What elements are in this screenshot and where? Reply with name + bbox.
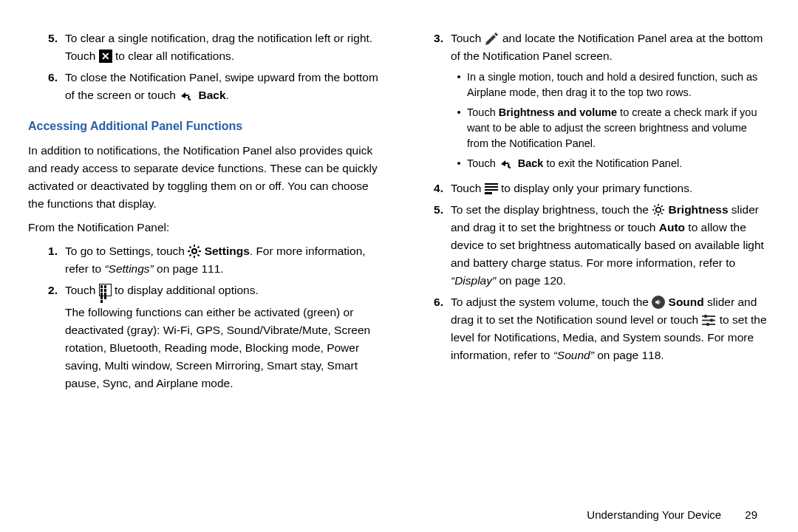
svg-line-7 — [190, 254, 191, 256]
bold-text: Back — [518, 157, 544, 169]
sub-item: •In a single motion, touch and hold a de… — [451, 69, 770, 100]
sliders-icon — [701, 314, 716, 327]
right-column: 3.Touch and locate the Notification Pane… — [414, 30, 770, 502]
item-number: 6. — [28, 69, 65, 104]
lines-icon — [485, 183, 498, 194]
list-item: 6.To close the Notification Panel, swipe… — [28, 69, 384, 104]
svg-point-22 — [710, 318, 713, 321]
bullet: • — [451, 69, 467, 100]
pencil-icon — [485, 32, 499, 45]
svg-point-9 — [656, 208, 661, 213]
svg-point-0 — [192, 249, 197, 253]
svg-line-14 — [655, 205, 656, 207]
sub-body: Touch Brightness and volume to create a … — [467, 105, 770, 151]
from-line: From the Notification Panel: — [28, 219, 384, 236]
sub-item: •Touch Brightness and volume to create a… — [451, 105, 770, 151]
bold-text: Brightness and volume — [499, 106, 617, 118]
list-item: 1.To go to Settings, touch Settings. For… — [28, 242, 384, 278]
item-number: 5. — [414, 201, 451, 290]
item-body: To close the Notification Panel, swipe u… — [65, 69, 384, 104]
back-icon — [179, 89, 195, 101]
item-body: To clear a single notification, drag the… — [65, 30, 384, 65]
item-number: 6. — [414, 293, 451, 364]
item-body: Touch to display additional options.The … — [65, 282, 384, 392]
item-body: Touch to display only your primary funct… — [451, 180, 770, 197]
svg-line-17 — [661, 205, 663, 207]
item-body: To go to Settings, touch Settings. For m… — [65, 242, 384, 278]
list-item: 6.To adjust the system volume, touch the… — [414, 293, 770, 364]
list-item: 3.Touch and locate the Notification Pane… — [414, 30, 770, 176]
italic-ref: “Sound” — [553, 349, 594, 361]
svg-line-16 — [655, 213, 656, 214]
item-body: Touch and locate the Notification Panel … — [451, 30, 770, 176]
bold-text: Sound — [669, 296, 704, 308]
footer-section: Understanding Your Device — [587, 508, 721, 521]
svg-line-15 — [661, 213, 663, 214]
page-footer: Understanding Your Device 29 — [0, 502, 798, 521]
bullet: • — [451, 156, 467, 171]
sub-list: •In a single motion, touch and hold a de… — [451, 69, 770, 171]
footer-page-number: 29 — [745, 508, 757, 521]
item-number: 5. — [28, 30, 65, 65]
item-number: 1. — [28, 242, 65, 278]
bold-text: Back — [199, 89, 226, 101]
svg-line-8 — [198, 246, 200, 248]
sub-item: •Touch Back to exit the Notification Pan… — [451, 156, 770, 171]
item-body: To set the display brightness, touch the… — [451, 201, 770, 290]
item-extra: The following functions can either be ac… — [65, 304, 384, 392]
list-item: 2.Touch to display additional options.Th… — [28, 282, 384, 392]
svg-line-5 — [190, 246, 191, 248]
bold-text: Settings — [205, 245, 250, 257]
italic-ref: “Settings” — [104, 262, 153, 275]
intro-paragraph: In addition to notifications, the Notifi… — [28, 142, 384, 213]
sub-body: In a single motion, touch and hold a des… — [467, 69, 770, 100]
speaker-icon — [652, 296, 665, 309]
item-body: To adjust the system volume, touch the S… — [451, 293, 770, 364]
svg-point-21 — [704, 314, 707, 317]
bold-text: Brightness — [669, 203, 729, 216]
italic-ref: “Display” — [451, 274, 496, 287]
section-heading: Accessing Additional Panel Functions — [28, 117, 384, 136]
list-item: 5.To clear a single notification, drag t… — [28, 30, 384, 65]
item-number: 4. — [414, 180, 451, 197]
svg-point-23 — [706, 322, 709, 325]
svg-line-6 — [198, 254, 200, 256]
page: 5.To clear a single notification, drag t… — [0, 0, 798, 502]
close-icon: ✕ — [99, 50, 112, 63]
bullet: • — [451, 105, 467, 151]
item-number: 2. — [28, 282, 65, 392]
sun-icon — [652, 203, 665, 216]
gear-icon — [188, 245, 201, 258]
list-item: 5.To set the display brightness, touch t… — [414, 201, 770, 290]
back-icon — [499, 157, 515, 169]
item-number: 3. — [414, 30, 451, 176]
list-item: 4.Touch to display only your primary fun… — [414, 180, 770, 197]
left-column: 5.To clear a single notification, drag t… — [28, 30, 384, 502]
grid-icon — [99, 284, 112, 296]
bold-text: Auto — [659, 221, 685, 233]
sub-body: Touch Back to exit the Notification Pane… — [467, 156, 770, 171]
